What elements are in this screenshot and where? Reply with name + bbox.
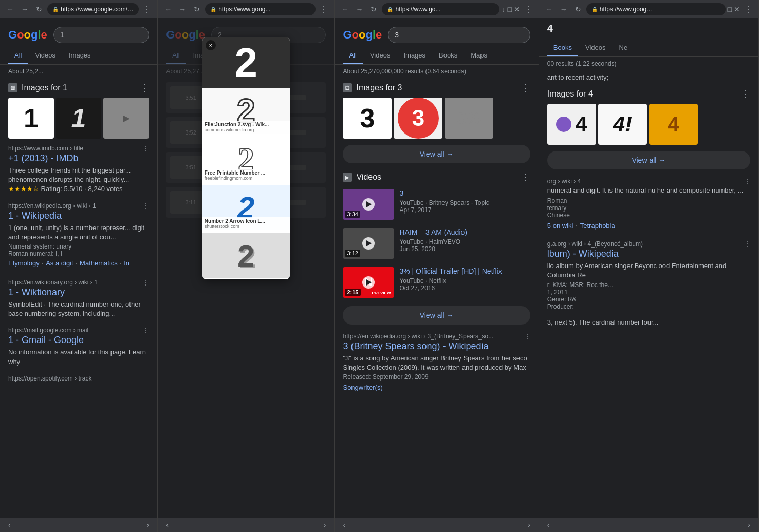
scroll-left-1[interactable]: ‹ xyxy=(4,520,15,530)
overlay-img-3[interactable]: 2 Number 2 Arrow Icon L... shutterstock.… xyxy=(202,185,290,231)
image-thumb-1a[interactable]: 1 xyxy=(8,98,54,139)
tab-videos-3[interactable]: Videos xyxy=(364,47,397,64)
address-bar-4[interactable]: 🔒 https://www.goog... xyxy=(586,3,726,15)
image-thumb-4a[interactable]: 4 xyxy=(547,104,596,145)
close-icon[interactable]: × xyxy=(206,41,215,50)
result-menu-wiki-1[interactable]: ⋮ xyxy=(143,202,149,210)
video-title-3b[interactable]: HAIM – 3 AM (Audio) xyxy=(399,228,530,236)
image-thumb-1c[interactable]: ▶ xyxy=(103,98,149,139)
close-icon-4[interactable]: ✕ xyxy=(734,5,740,13)
download-icon-3[interactable]: ↓ xyxy=(502,5,505,13)
tab-all-1[interactable]: All xyxy=(8,47,28,64)
video-card-3a[interactable]: 3:34 3 YouTube · Britney Spears - Topic … xyxy=(335,185,538,224)
videos-menu-3[interactable]: ⋮ xyxy=(521,172,530,183)
close-icon-3[interactable]: ✕ xyxy=(514,5,520,13)
scroll-right-1[interactable]: › xyxy=(142,520,153,530)
image-thumb-3b[interactable]: 3 xyxy=(394,98,442,139)
result-title-beyonce[interactable]: lbum) - Wikipedia xyxy=(547,249,750,259)
video-title-3a[interactable]: 3 xyxy=(399,189,530,197)
refresh-btn-4[interactable]: ↻ xyxy=(572,3,584,15)
overlay-close-btn[interactable]: × xyxy=(206,40,216,50)
wiki-link-songwriters-3[interactable]: Songwriter(s) xyxy=(343,384,382,391)
image-thumb-4b[interactable]: 4! xyxy=(598,104,647,145)
image-thumb-3c[interactable]: 3% xyxy=(445,98,493,139)
wiki-link-etymology[interactable]: Etymology xyxy=(8,259,40,269)
tab-ne-4[interactable]: Ne xyxy=(613,40,634,56)
wiki-link-in[interactable]: In xyxy=(124,259,129,269)
result-title-wiki-1[interactable]: 1 - Wikipedia xyxy=(8,211,149,221)
menu-btn-1[interactable]: ⋮ xyxy=(141,5,153,14)
search-box-3[interactable]: 3 xyxy=(388,27,530,43)
tab-images-3[interactable]: Images xyxy=(397,47,432,64)
result-title-wikt[interactable]: 1 - Wiktionary xyxy=(8,287,149,298)
restore-icon-3[interactable]: □ xyxy=(507,5,511,13)
result-title-imdb[interactable]: +1 (2013) - IMDb xyxy=(8,153,149,164)
tab-all-3[interactable]: All xyxy=(343,47,362,64)
menu-btn-2[interactable]: ⋮ xyxy=(318,5,330,14)
back-btn-4[interactable]: ← xyxy=(543,3,556,15)
purple-circle-4 xyxy=(556,117,571,132)
back-btn-3[interactable]: ← xyxy=(339,3,351,15)
tab-all-2[interactable]: All xyxy=(166,47,186,64)
result-title-wiki-3[interactable]: 3 (Britney Spears song) - Wikipedia xyxy=(343,341,530,352)
view-all-videos-3[interactable]: View all → xyxy=(343,306,530,325)
back-btn-2[interactable]: ← xyxy=(162,3,174,15)
menu-btn-4[interactable]: ⋮ xyxy=(742,5,754,14)
forward-btn-3[interactable]: → xyxy=(353,3,365,15)
image-thumb-1b[interactable]: 1 xyxy=(56,98,102,139)
address-bar-3[interactable]: 🔒 https://www.go... xyxy=(382,3,499,15)
result-menu-gmail[interactable]: ⋮ xyxy=(143,327,149,334)
forward-btn-4[interactable]: → xyxy=(558,3,570,15)
wiki-link-math[interactable]: Mathematics xyxy=(80,259,118,269)
search-box-1[interactable]: 1 xyxy=(53,27,149,43)
tab-books-4[interactable]: Books xyxy=(547,40,578,56)
images-menu-3[interactable]: ⋮ xyxy=(521,82,530,93)
images-menu-1[interactable]: ⋮ xyxy=(140,82,149,93)
result-menu-wiki-3[interactable]: ⋮ xyxy=(524,333,530,340)
result-menu-imdb[interactable]: ⋮ xyxy=(143,145,149,152)
scroll-left-4[interactable]: ‹ xyxy=(543,520,554,530)
menu-btn-3[interactable]: ⋮ xyxy=(522,5,534,14)
scroll-left-2[interactable]: ‹ xyxy=(162,520,173,530)
tab-books-3[interactable]: Books xyxy=(433,47,464,64)
result-menu-beyonce[interactable]: ⋮ xyxy=(744,240,750,248)
refresh-btn-2[interactable]: ↻ xyxy=(191,3,203,15)
tab-images-1[interactable]: Images xyxy=(63,47,97,64)
wiki-link-digit[interactable]: As a digit xyxy=(46,259,73,269)
address-bar-2[interactable]: 🔒 https://www.goog... xyxy=(205,3,316,15)
address-bar-1[interactable]: 🔒 https://www.google.com/search?q=1 xyxy=(47,3,139,15)
result-title-gmail[interactable]: 1 - Gmail - Google xyxy=(8,335,149,346)
image-thumb-4c[interactable]: 4 xyxy=(649,104,698,145)
search-query-3: 3 xyxy=(395,31,399,39)
tab-videos-1[interactable]: Videos xyxy=(29,47,62,64)
scroll-right-4[interactable]: › xyxy=(744,520,754,530)
forward-btn-1[interactable]: → xyxy=(18,3,31,15)
result-menu-wiki-4[interactable]: ⋮ xyxy=(744,178,750,185)
view-all-images-4[interactable]: View all → xyxy=(547,151,750,169)
wiki-link-tetra[interactable]: Tetraphobia xyxy=(580,222,615,230)
view-all-images-3[interactable]: View all → xyxy=(343,145,530,163)
result-wiki-4: org › wiki › 4 ⋮ numeral and digit. It i… xyxy=(539,174,758,236)
scroll-left-3[interactable]: ‹ xyxy=(339,520,349,530)
refresh-btn-1[interactable]: ↻ xyxy=(33,3,45,15)
video-card-3b[interactable]: 3:12 HAIM – 3 AM (Audio) YouTube · HaimV… xyxy=(335,224,538,263)
overlay-img-2[interactable]: 2 Free Printable Number ... freebiefindi… xyxy=(202,137,290,183)
tab-videos-4[interactable]: Videos xyxy=(579,40,612,56)
image-thumb-3a[interactable]: 3 xyxy=(343,98,392,139)
restore-icon-4[interactable]: □ xyxy=(728,5,732,13)
video-title-3c[interactable]: 3% | Official Trailer [HD] | Netflix xyxy=(399,267,530,275)
result-menu-wikt[interactable]: ⋮ xyxy=(143,279,149,286)
overlay-img-1[interactable]: 2 File:Junction 2.svg - Wik... commons.w… xyxy=(202,88,290,135)
forward-btn-2[interactable]: → xyxy=(176,3,189,15)
wiki-details-4: Roman ternary Chinese xyxy=(547,197,750,219)
overlay-img-4[interactable]: 2 xyxy=(202,233,290,279)
scroll-right-3[interactable]: › xyxy=(524,520,534,530)
video-card-3c[interactable]: N 2:15 PREVIEW 3% | Official Trailer [HD… xyxy=(335,263,538,302)
tab-maps-3[interactable]: Maps xyxy=(465,47,493,64)
refresh-btn-3[interactable]: ↻ xyxy=(367,3,380,15)
back-btn-1[interactable]: ← xyxy=(4,3,16,15)
video-duration-3a: 3:34 xyxy=(345,211,360,218)
images-menu-4[interactable]: ⋮ xyxy=(741,88,750,100)
wiki-link-5-4[interactable]: 5 on wiki xyxy=(547,222,573,230)
scroll-right-2[interactable]: › xyxy=(320,520,330,530)
